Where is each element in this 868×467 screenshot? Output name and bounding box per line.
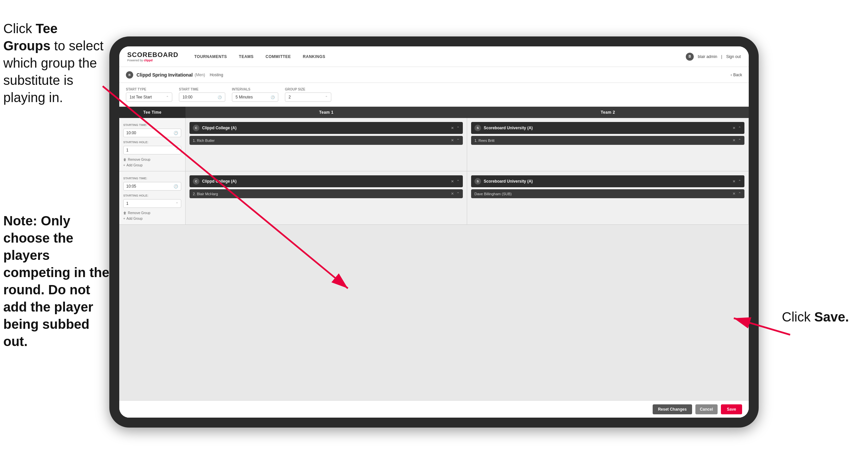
- remove-group-btn-2[interactable]: 🗑 Remove Group: [123, 211, 181, 215]
- player-card-2-1: 2. Blair McHarg ✕ ⌃: [189, 189, 463, 198]
- trash-icon-1: 🗑: [123, 158, 127, 162]
- username: blair admin: [698, 54, 717, 59]
- team-slot-2-2: S Scoreboard University (A) ✕ ⌃ Dave Bil…: [467, 171, 749, 224]
- nav-teams[interactable]: TEAMS: [233, 47, 260, 67]
- player-expand-1-1[interactable]: ⌃: [457, 138, 460, 143]
- player-x-1-2[interactable]: ✕: [733, 138, 736, 143]
- group-row-1: STARTING TIME: 10:00 🕐 STARTING HOLE: 1 …: [119, 118, 749, 171]
- th-team1: Team 1: [186, 107, 467, 118]
- team-x-1-1[interactable]: ✕: [451, 126, 454, 130]
- add-group-btn-2[interactable]: + Add Group: [123, 217, 181, 221]
- start-time-clock-icon: 🕐: [218, 95, 222, 99]
- reset-changes-button[interactable]: Reset Changes: [653, 404, 692, 414]
- table-header: Tee Time Team 1 Team 2: [119, 107, 749, 118]
- starting-time-label-1: STARTING TIME:: [123, 123, 181, 126]
- team-x-2-2[interactable]: ✕: [733, 179, 736, 184]
- tablet-screen: SCOREBOARD Powered by clippd TOURNAMENTS…: [119, 47, 749, 418]
- player-x-1-1[interactable]: ✕: [451, 138, 454, 143]
- team-icon-1-1: C: [193, 125, 199, 131]
- group-2-controls: STARTING TIME: 10:05 🕐 STARTING HOLE: 1 …: [119, 171, 186, 224]
- starting-hole-input-1[interactable]: 1 ⌃: [123, 146, 181, 154]
- annotation-bottom-right: Click Save.: [782, 308, 861, 325]
- group-size-input[interactable]: 2 ⌃: [285, 92, 331, 102]
- player-card-1-2: 1. Rees Britt ✕ ⌃: [471, 136, 744, 145]
- logo-area: SCOREBOARD Powered by clippd: [127, 51, 178, 62]
- hosting-badge: Hosting: [210, 72, 223, 77]
- nav-right: B blair admin | Sign out: [686, 53, 741, 61]
- nav-links: TOURNAMENTS TEAMS COMMITTEE RANKINGS: [188, 47, 686, 67]
- plus-icon-2: +: [123, 217, 125, 221]
- sub-header-avatar: B: [126, 71, 133, 79]
- logo-powered: Powered by clippd: [127, 59, 178, 62]
- starting-time-input-1[interactable]: 10:00 🕐: [123, 128, 181, 137]
- team-name-2-1: Clippd College (A): [202, 179, 237, 184]
- groups-area: STARTING TIME: 10:00 🕐 STARTING HOLE: 1 …: [119, 118, 749, 400]
- player-name-1-1: 1. Rich Butler: [193, 139, 215, 143]
- group-size-label: Group Size: [285, 88, 331, 91]
- cancel-button[interactable]: Cancel: [695, 404, 718, 414]
- start-type-label: Start Type: [126, 88, 172, 91]
- nav-rankings[interactable]: RANKINGS: [297, 47, 331, 67]
- annotation-top-left: Click Tee Groups to select which group t…: [3, 20, 106, 106]
- user-avatar: B: [686, 53, 694, 61]
- annotation-bottom-left: Note: Only choose the players competing …: [3, 212, 116, 350]
- intervals-label: Intervals: [232, 88, 278, 91]
- nav-separator: |: [721, 54, 722, 59]
- remove-group-btn-1[interactable]: 🗑 Remove Group: [123, 158, 181, 162]
- sign-out-link[interactable]: Sign out: [726, 54, 741, 59]
- starting-hole-label-2: STARTING HOLE:: [123, 194, 181, 197]
- team-expand-2-2[interactable]: ⌃: [738, 179, 741, 184]
- nav-tournaments[interactable]: TOURNAMENTS: [188, 47, 233, 67]
- starting-hole-input-2[interactable]: 1 ⌃: [123, 199, 181, 208]
- plus-icon-1: +: [123, 164, 125, 167]
- group-size-arrow: ⌃: [325, 95, 328, 99]
- team-card-1-2[interactable]: S Scoreboard University (A) ✕ ⌃: [471, 122, 744, 134]
- tablet-device: SCOREBOARD Powered by clippd TOURNAMENTS…: [109, 36, 759, 428]
- team-x-2-1[interactable]: ✕: [451, 179, 454, 184]
- player-name-1-2: 1. Rees Britt: [474, 139, 495, 143]
- team-icon-2-1: C: [193, 178, 199, 185]
- time-icon-1: 🕐: [174, 131, 178, 135]
- trash-icon-2: 🗑: [123, 211, 127, 215]
- player-name-2-1: 2. Blair McHarg: [193, 192, 218, 196]
- team-expand-1-1[interactable]: ⌃: [457, 126, 460, 130]
- footer-bar: Reset Changes Cancel Save: [119, 400, 749, 418]
- group-1-controls: STARTING TIME: 10:00 🕐 STARTING HOLE: 1 …: [119, 118, 186, 171]
- team-name-1-1: Clippd College (A): [202, 126, 237, 130]
- save-button[interactable]: Save: [721, 404, 742, 414]
- start-time-label: Start Time: [179, 88, 225, 91]
- team-expand-2-1[interactable]: ⌃: [457, 179, 460, 184]
- starting-time-input-2[interactable]: 10:05 🕐: [123, 182, 181, 191]
- player-x-2-1[interactable]: ✕: [451, 192, 454, 196]
- player-x-2-2[interactable]: ✕: [733, 192, 736, 196]
- team-card-2-2[interactable]: S Scoreboard University (A) ✕ ⌃: [471, 175, 744, 187]
- group-row-2: STARTING TIME: 10:05 🕐 STARTING HOLE: 1 …: [119, 171, 749, 225]
- team-slot-2-1: C Clippd College (A) ✕ ⌃ 2. Blair McHarg: [186, 171, 467, 224]
- start-type-input[interactable]: 1st Tee Start ⌃: [126, 92, 172, 102]
- intervals-clock-icon: 🕐: [271, 95, 275, 99]
- player-expand-1-2[interactable]: ⌃: [738, 138, 741, 143]
- player-expand-2-2[interactable]: ⌃: [738, 192, 741, 196]
- team-x-1-2[interactable]: ✕: [733, 126, 736, 130]
- add-group-btn-1[interactable]: + Add Group: [123, 164, 181, 167]
- player-name-2-2: Dave Billingham (SUB): [474, 192, 512, 196]
- start-type-arrow: ⌃: [166, 95, 168, 99]
- back-button[interactable]: ‹ Back: [731, 72, 742, 77]
- logo-clippd: clippd: [144, 59, 153, 62]
- hole-arrow-1: ⌃: [176, 148, 178, 152]
- start-type-field: Start Type 1st Tee Start ⌃: [126, 88, 172, 102]
- navbar: SCOREBOARD Powered by clippd TOURNAMENTS…: [119, 47, 749, 67]
- team-slot-1-1: C Clippd College (A) ✕ ⌃ 1. Rich Butler: [186, 118, 467, 171]
- team-name-2-2: Scoreboard University (A): [484, 179, 533, 184]
- intervals-input[interactable]: 5 Minutes 🕐: [232, 92, 278, 102]
- team-card-2-1[interactable]: C Clippd College (A) ✕ ⌃: [189, 175, 463, 187]
- player-expand-2-1[interactable]: ⌃: [457, 192, 460, 196]
- nav-committee[interactable]: COMMITTEE: [260, 47, 297, 67]
- start-time-input[interactable]: 10:00 🕐: [179, 92, 225, 102]
- hole-arrow-2: ⌃: [176, 202, 178, 205]
- th-tee-time: Tee Time: [119, 107, 186, 118]
- starting-hole-label-1: STARTING HOLE:: [123, 141, 181, 144]
- team-card-1-1[interactable]: C Clippd College (A) ✕ ⌃: [189, 122, 463, 134]
- team-name-1-2: Scoreboard University (A): [484, 126, 533, 130]
- team-expand-1-2[interactable]: ⌃: [738, 126, 741, 130]
